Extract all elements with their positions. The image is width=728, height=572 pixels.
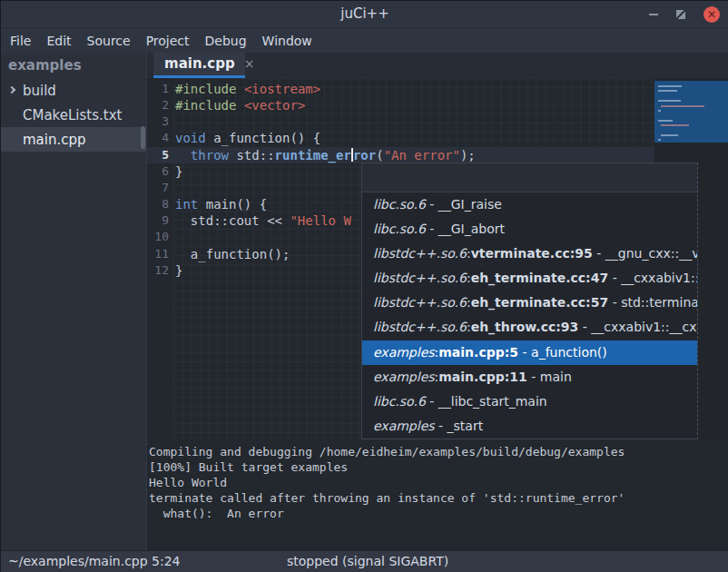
window-controls: ✕ bbox=[649, 1, 720, 28]
backtrace-item-7[interactable]: examples:main.cpp:5 - a_function() bbox=[362, 340, 697, 365]
line-number: 7 bbox=[147, 180, 173, 196]
line-number: 10 bbox=[147, 229, 173, 245]
code-line-4[interactable]: 4void a_function() { bbox=[147, 130, 654, 146]
backtrace-popup: libc.so.6 - __GI_raiselibc.so.6 - __GI_a… bbox=[361, 163, 698, 439]
minimap-slider[interactable] bbox=[654, 81, 728, 143]
project-name: examples bbox=[1, 53, 146, 78]
minimap-code-line bbox=[658, 120, 673, 122]
code-line-3[interactable]: 3 bbox=[147, 113, 654, 130]
sidebar-scrollbar[interactable] bbox=[141, 126, 145, 149]
menu-item-source[interactable]: Source bbox=[87, 34, 131, 48]
line-number: 4 bbox=[147, 130, 173, 146]
minimize-icon[interactable] bbox=[649, 14, 658, 15]
minimap-code-line bbox=[661, 134, 678, 136]
minimap-code-line bbox=[658, 110, 661, 112]
menu-item-project[interactable]: Project bbox=[146, 34, 190, 48]
menu-item-window[interactable]: Window bbox=[262, 34, 312, 48]
titlebar[interactable]: juCi++ ✕ bbox=[1, 1, 728, 28]
terminal-output[interactable]: Compiling and debugging /home/eidheim/ex… bbox=[147, 439, 728, 550]
tabbar: main.cpp × bbox=[147, 53, 728, 78]
popup-search-box[interactable] bbox=[362, 163, 697, 192]
tab-close-icon[interactable]: × bbox=[244, 57, 255, 70]
backtrace-item-4[interactable]: libstdc++.so.6:eh_terminate.cc:47 - __cx… bbox=[362, 266, 697, 291]
minimap-code-line bbox=[658, 85, 682, 87]
line-number: 1 bbox=[147, 81, 173, 97]
terminal-line: [100%] Built target examples bbox=[149, 459, 728, 475]
chevron-right-icon[interactable] bbox=[8, 86, 15, 94]
terminal-line: Hello World bbox=[149, 475, 728, 490]
line-number: 12 bbox=[147, 262, 173, 279]
close-icon[interactable]: ✕ bbox=[703, 6, 720, 23]
menubar: FileEditSourceProjectDebugWindow bbox=[1, 28, 728, 53]
statusbar: ~/examples/main.cpp 5:24 stopped (signal… bbox=[1, 550, 728, 572]
minimap-code-line bbox=[658, 90, 677, 92]
backtrace-list: libc.so.6 - __GI_raiselibc.so.6 - __GI_a… bbox=[362, 192, 697, 439]
backtrace-item-1[interactable]: libc.so.6 - __GI_raise bbox=[362, 192, 697, 217]
sidebar-item-cmakelists-txt[interactable]: CMakeLists.txt bbox=[1, 103, 146, 127]
terminal-line: what(): An error bbox=[149, 506, 728, 521]
line-number: 11 bbox=[147, 246, 173, 262]
line-number: 2 bbox=[147, 97, 173, 113]
backtrace-item-6[interactable]: libstdc++.so.6:eh_throw.cc:93 - __cxxabi… bbox=[362, 315, 697, 340]
code-line-5[interactable]: 5 throw std::runtime_error("An error"); bbox=[147, 147, 654, 163]
backtrace-item-2[interactable]: libc.so.6 - __GI_abort bbox=[362, 217, 697, 242]
line-number: 3 bbox=[147, 113, 173, 130]
file-tree: buildCMakeLists.txtmain.cpp bbox=[1, 78, 146, 152]
sidebar-item-main-cpp[interactable]: main.cpp bbox=[1, 127, 146, 152]
code-line-2[interactable]: 2#include <vector> bbox=[147, 97, 654, 113]
minimap-code-line bbox=[658, 139, 661, 141]
menu-item-edit[interactable]: Edit bbox=[46, 34, 71, 48]
backtrace-item-3[interactable]: libstdc++.so.6:vterminate.cc:95 - __gnu_… bbox=[362, 242, 697, 266]
minimap-code-line bbox=[658, 100, 681, 102]
restore-icon[interactable] bbox=[676, 10, 685, 19]
code-line-1[interactable]: 1#include <iostream> bbox=[147, 81, 654, 97]
backtrace-item-8[interactable]: examples:main.cpp:11 - main bbox=[362, 365, 697, 390]
app-window: juCi++ ✕ FileEditSourceProjectDebugWindo… bbox=[0, 0, 728, 572]
backtrace-item-9[interactable]: libc.so.6 - __libc_start_main bbox=[362, 390, 697, 414]
file-tree-sidebar: examples buildCMakeLists.txtmain.cpp bbox=[1, 53, 147, 550]
tab-label: main.cpp bbox=[164, 55, 235, 72]
status-debug-state: stopped (signal SIGABRT) bbox=[287, 554, 448, 568]
tab-main-cpp[interactable]: main.cpp × bbox=[153, 53, 245, 78]
backtrace-item-10[interactable]: examples - _start bbox=[362, 414, 697, 439]
menu-item-file[interactable]: File bbox=[10, 34, 31, 48]
minimap-code-line bbox=[661, 124, 689, 126]
line-number: 9 bbox=[147, 212, 173, 229]
sidebar-item-build[interactable]: build bbox=[1, 78, 146, 103]
line-number: 8 bbox=[147, 196, 173, 212]
line-number: 5 bbox=[147, 147, 173, 163]
terminal-line: terminate called after throwing an insta… bbox=[149, 490, 728, 506]
backtrace-item-5[interactable]: libstdc++.so.6:eh_terminate.cc:57 - std:… bbox=[362, 291, 697, 315]
menu-item-debug[interactable]: Debug bbox=[205, 34, 247, 48]
line-number: 6 bbox=[147, 163, 173, 180]
minimap-code-line bbox=[661, 105, 704, 107]
window-title: juCi++ bbox=[1, 5, 728, 22]
status-file-position: ~/examples/main.cpp 5:24 bbox=[8, 554, 181, 568]
terminal-line: Compiling and debugging /home/eidheim/ex… bbox=[149, 444, 728, 459]
